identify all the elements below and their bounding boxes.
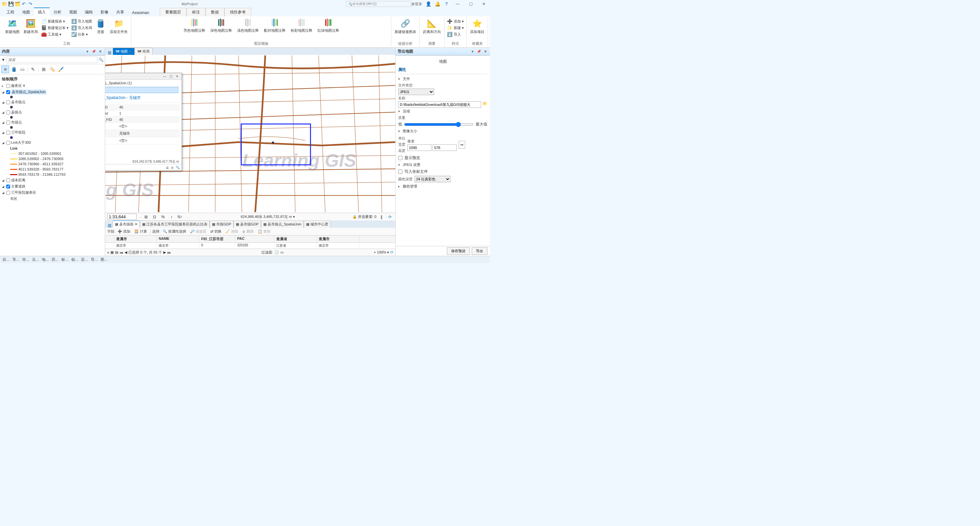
qa-undo-icon[interactable]: ↶ — [21, 1, 27, 7]
add-field-button[interactable]: ➕ 添加 — [116, 228, 132, 234]
subtab-数据[interactable]: 数据 — [205, 8, 224, 16]
layer-check[interactable] — [6, 185, 10, 188]
tab-插入[interactable]: 插入 — [34, 8, 50, 16]
tab-地图[interactable]: 地图 — [18, 8, 34, 16]
status-item[interactable]: 创… — [71, 257, 78, 262]
col-隶属市[interactable]: 隶属市 — [115, 236, 157, 242]
search-icon[interactable]: 🔍 — [99, 57, 103, 62]
layer-check[interactable] — [6, 84, 10, 88]
toc-item[interactable]: 307.601862 - 1085.539901 — [1, 151, 104, 156]
popup-max-icon[interactable]: ▢ — [168, 74, 173, 79]
status-item[interactable]: 图… — [100, 257, 108, 262]
refresh-icon[interactable]: ⟳ — [387, 214, 393, 220]
toc-item[interactable]: ◢市级点 — [1, 119, 104, 126]
rbtn-添加项目[interactable]: ⭐添加项目 — [469, 18, 486, 35]
rbtn-新建 ▾[interactable]: ✨新建 ▾ — [447, 25, 465, 31]
toc-item[interactable]: ◢县级点 — [1, 109, 104, 115]
rbtn-新建报表 ▾[interactable]: 📄新建报表 ▾ — [40, 18, 69, 24]
layer-check[interactable] — [6, 110, 10, 114]
panel-close-icon[interactable]: ✕ — [98, 49, 103, 54]
color-depth-select[interactable]: 24 位真彩色 — [415, 176, 450, 182]
popup-min-icon[interactable]: — — [162, 74, 167, 79]
list-by-sel-icon[interactable]: ▭ — [18, 65, 26, 73]
calc-field-button[interactable]: 🧮 计算 — [133, 228, 149, 234]
list-by-sym-icon[interactable]: 🖌️ — [57, 65, 65, 73]
command-search[interactable]: 🔍 命令搜索 (Alt+Q) — [346, 1, 411, 7]
filter-icon[interactable]: ▼ — [1, 57, 5, 62]
status-item[interactable]: 层… — [81, 257, 88, 262]
subtab-标注[interactable]: 标注 — [186, 8, 205, 16]
attr-tab-城市中心度[interactable]: ▦城市中心度 — [304, 220, 331, 228]
last-icon[interactable]: ⏭ — [167, 250, 171, 255]
login-status[interactable]: 未登录 — [411, 2, 422, 6]
toc-item[interactable] — [1, 135, 104, 140]
toc-item[interactable]: ◢三甲医院服务区 — [1, 190, 104, 196]
attr-tab-市级GDP[interactable]: ▦市级GDP — [210, 220, 234, 228]
rbtn-新建布局[interactable]: 🖼️新建布局 — [22, 18, 39, 35]
qa-saveall-icon[interactable]: 🗂️ — [14, 1, 20, 7]
lock-ratio-icon[interactable]: ⇔ — [459, 141, 465, 149]
status-item[interactable]: 目… — [3, 257, 10, 262]
annot-粉彩地图注释[interactable]: 粉彩地图注释 — [289, 18, 314, 33]
rbtn-导入[interactable]: ⬇️导入 — [447, 31, 465, 37]
filter-all-icon[interactable]: ▦ — [110, 250, 114, 255]
export-button[interactable]: 导出 — [472, 247, 487, 255]
qa-redo-icon[interactable]: ↷ — [27, 1, 33, 7]
save-preset-button[interactable]: 保存预设 — [447, 247, 470, 255]
col-FID_江苏市层[interactable]: FID_江苏市层 — [199, 236, 235, 242]
rbtn-新建地图[interactable]: 🗺️新建地图 — [4, 18, 21, 35]
browse-icon[interactable]: 📁 — [482, 101, 487, 108]
table-menu-icon[interactable]: ≡ — [107, 250, 109, 255]
layer-check[interactable] — [6, 179, 10, 182]
cell[interactable]: 0 — [199, 243, 235, 249]
file-path-input[interactable] — [398, 101, 481, 108]
twisty-icon[interactable]: ◢ — [2, 121, 5, 124]
rbtn-距离和方向[interactable]: 📐距离和方向 — [422, 18, 442, 35]
contents-search[interactable] — [6, 57, 97, 63]
twisty-icon[interactable]: ◢ — [2, 191, 5, 194]
scale-input[interactable] — [107, 214, 137, 220]
toc-item[interactable] — [1, 105, 104, 109]
show-preview-check[interactable] — [398, 156, 402, 160]
toc-item[interactable] — [1, 115, 104, 119]
sub-compress-tw[interactable]: ▾ — [398, 110, 401, 113]
rbtn-新建笔记本 ▾[interactable]: 📓新建笔记本 ▾ — [40, 25, 69, 31]
bell-icon[interactable]: 🔔 — [434, 1, 440, 7]
qa-open-icon[interactable]: 📁 — [1, 1, 7, 7]
select-by-attr-button[interactable]: 🔍 按属性选择 — [161, 228, 188, 234]
zoom-level[interactable]: + 100% ▾ — [374, 250, 389, 255]
tab-影像[interactable]: 影像 — [97, 8, 112, 16]
toc-item[interactable]: ◢Link大于300 — [1, 140, 104, 146]
sub-file-tw[interactable]: ▾ — [398, 77, 401, 81]
world-file-check[interactable] — [398, 170, 402, 174]
col-PAC[interactable]: PAC — [235, 236, 274, 242]
toc-item[interactable]: Link — [1, 146, 104, 151]
sub-jpeg-tw[interactable]: ▾ — [398, 163, 401, 167]
attr-tab-县市级点_SpatialJoin[interactable]: ▦县市级点_SpatialJoin — [261, 220, 304, 228]
attr-columns-icon[interactable]: ▥ — [107, 223, 113, 228]
sub-color-tw[interactable]: ▸ — [398, 185, 401, 188]
rpanel-close-icon[interactable]: ✕ — [483, 49, 488, 54]
status-item[interactable]: 符… — [22, 257, 29, 262]
minimize-button[interactable]: — — [453, 1, 463, 7]
toc-item[interactable] — [1, 126, 104, 129]
popup-print-icon[interactable]: 🖨 — [165, 166, 169, 169]
twisty-icon[interactable]: ◢ — [2, 100, 5, 104]
popup-flash-icon[interactable]: ◎ — [171, 166, 174, 169]
dyn-icon[interactable]: ↕ — [168, 214, 175, 220]
popup-close-icon[interactable]: ✕ — [175, 74, 180, 79]
twisty-icon[interactable]: ◢ — [2, 185, 5, 188]
twisty-icon[interactable]: ◢ — [2, 111, 5, 114]
filter-sel-icon[interactable]: ▤ — [115, 250, 118, 255]
twisty-icon[interactable]: ◢ — [2, 179, 5, 182]
rbtn-添加文件夹[interactable]: 📁添加文件夹 — [108, 18, 129, 35]
annot-深色地图注释[interactable]: 深色地图注释 — [208, 18, 234, 33]
layer-check[interactable] — [6, 100, 10, 104]
toc-item[interactable]: 1085.539902 - 2478.730959 — [1, 156, 104, 161]
toc-item[interactable]: 4511.939328 - 9593.783177 — [1, 167, 104, 172]
list-by-edit-icon[interactable]: ✎ — [29, 65, 37, 73]
tab-Axwoman[interactable]: Axwoman — [128, 9, 153, 16]
next-icon[interactable]: ▶ — [163, 250, 166, 255]
list-by-drawing-icon[interactable]: ≡ — [1, 65, 9, 73]
tab-共享[interactable]: 共享 — [112, 8, 128, 16]
